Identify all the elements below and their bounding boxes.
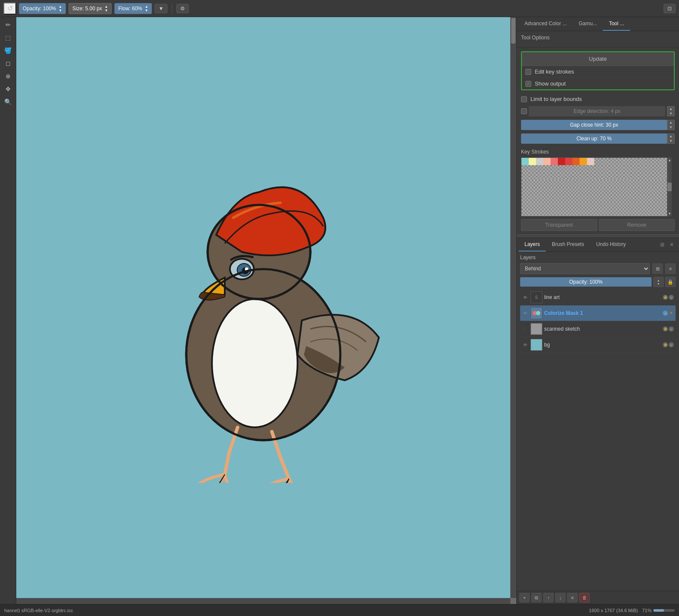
color-swatch-cyan[interactable] [521, 158, 529, 165]
ps-r3-9[interactable] [580, 172, 587, 180]
panel-divider[interactable]: · · · · · [517, 234, 679, 238]
ps-r5-c[interactable] [521, 187, 667, 194]
color-swatch-trans-2[interactable] [602, 158, 609, 165]
ps-r3-19[interactable] [652, 172, 660, 180]
layer-mode-select[interactable]: Behind [520, 263, 650, 274]
ps-r2-6[interactable] [558, 165, 565, 172]
tool-select[interactable]: ⬚ [2, 32, 15, 44]
ps-r2-13[interactable] [609, 165, 616, 172]
ps-r2-15[interactable] [623, 165, 631, 172]
palette-scroll-up[interactable]: ▲ [668, 158, 671, 162]
ps-r2-19[interactable] [652, 165, 660, 172]
ps-r2-7[interactable] [565, 165, 572, 172]
scanned-vis-icon[interactable]: 👁 [522, 326, 529, 332]
ps-r2-20[interactable] [660, 165, 667, 172]
ps-r8-c[interactable] [521, 209, 667, 216]
ps-r3-7[interactable] [565, 172, 572, 180]
color-swatch-trans-10[interactable] [660, 158, 667, 165]
flow-arrows[interactable]: ▲▼ [145, 5, 148, 12]
ps-r3-8[interactable] [572, 172, 580, 180]
size-control[interactable]: Size: 5.00 px ▲▼ [68, 3, 112, 14]
layers-close-icon[interactable]: ✕ [668, 241, 676, 249]
ps-r2-9[interactable] [580, 165, 587, 172]
canvas-area[interactable] [16, 17, 516, 604]
gap-close-arrows[interactable]: ▲ ▼ [667, 120, 675, 130]
opacity-arrows-btn[interactable]: ▲ ▼ [653, 277, 664, 287]
color-swatch-trans-6[interactable] [631, 158, 638, 165]
ps-r3-11[interactable] [594, 172, 602, 180]
gap-close-up[interactable]: ▲ [667, 120, 674, 125]
tab-undo-history[interactable]: Undo History [590, 238, 631, 252]
palette-scrollbar[interactable]: ▲ ▼ [667, 157, 672, 216]
edge-detection-checkbox[interactable] [521, 108, 527, 114]
layer-view-btn[interactable]: ≡ [665, 264, 676, 274]
ps-r2-12[interactable] [602, 165, 609, 172]
ps-r2-11[interactable] [594, 165, 602, 172]
ps-r4-c[interactable] [521, 180, 667, 187]
tab-advanced-color[interactable]: Advanced Color ... [518, 17, 573, 31]
edge-up-arrow[interactable]: ▲ [667, 107, 674, 111]
color-swatch-darkred[interactable] [565, 158, 572, 165]
color-swatch-gold[interactable] [580, 158, 587, 165]
ps-r2-3[interactable] [536, 165, 543, 172]
layer-move-down-btn[interactable]: ↓ [555, 593, 566, 602]
tool-move[interactable]: ✥ [2, 83, 15, 95]
gap-close-down[interactable]: ▼ [667, 125, 674, 130]
brush-options-btn[interactable]: ▼ [155, 4, 167, 13]
palette-scroll-thumb[interactable] [667, 183, 672, 191]
layer-add-btn[interactable]: + [519, 593, 530, 602]
layer-merge-btn[interactable]: ≡ [567, 593, 578, 602]
tool-fill[interactable]: 🪣 [2, 44, 15, 56]
show-output-checkbox[interactable]: ✓ [525, 81, 531, 87]
edge-detection-slider[interactable]: Edge detection: 4 px [529, 106, 665, 116]
layer-item-bg[interactable]: 👁 bg 🔒 α [520, 337, 676, 353]
clean-up-slider[interactable]: Clean up: 70 % [521, 133, 667, 144]
color-swatch-yellow[interactable] [529, 158, 536, 165]
colorize-vis-icon[interactable]: 👁 [522, 310, 529, 317]
ps-r2-10[interactable] [587, 165, 594, 172]
edge-down-arrow[interactable]: ▼ [667, 111, 674, 116]
tab-tool[interactable]: Tool ... [603, 17, 630, 31]
size-arrows[interactable]: ▲▼ [104, 5, 108, 12]
lock-icon[interactable]: 🔒 [665, 277, 676, 287]
color-swatch-trans-5[interactable] [623, 158, 631, 165]
ps-r2-5[interactable] [551, 165, 558, 172]
clean-up-up[interactable]: ▲ [667, 134, 674, 139]
gap-close-slider[interactable]: Gap close hint: 30 px [521, 120, 667, 130]
lineart-vis-icon[interactable]: 👁 [522, 294, 529, 301]
ps-r3-1[interactable] [521, 172, 529, 180]
tool-crop[interactable]: ⊕ [2, 70, 15, 82]
ps-r2-17[interactable] [638, 165, 645, 172]
color-swatch-trans-1[interactable] [594, 158, 602, 165]
ps-r3-16[interactable] [631, 172, 638, 180]
tab-brush-presets[interactable]: Brush Presets [546, 238, 590, 252]
ps-r2-14[interactable] [616, 165, 623, 172]
bg-vis-icon[interactable]: 👁 [522, 341, 529, 348]
ps-r3-14[interactable] [616, 172, 623, 180]
extra-btn[interactable]: ⚙ [176, 4, 189, 13]
color-palette[interactable] [521, 157, 667, 216]
ps-r2-1[interactable] [521, 165, 529, 172]
color-swatch-trans-7[interactable] [638, 158, 645, 165]
edit-key-strokes-checkbox[interactable] [525, 69, 531, 75]
color-swatch-trans-9[interactable] [652, 158, 660, 165]
clean-up-down[interactable]: ▼ [667, 139, 674, 143]
layer-move-up-btn[interactable]: ↑ [543, 593, 554, 602]
ps-r3-15[interactable] [623, 172, 631, 180]
ps-r3-10[interactable] [587, 172, 594, 180]
ps-r3-13[interactable] [609, 172, 616, 180]
color-swatch-trans-4[interactable] [616, 158, 623, 165]
ps-r3-17[interactable] [638, 172, 645, 180]
layers-opacity-slider[interactable]: Opacity: 100% [520, 277, 652, 287]
canvas-scrollbar-right[interactable] [510, 17, 516, 598]
canvas-scrollbar-bottom[interactable] [16, 598, 510, 604]
ps-r2-16[interactable] [631, 165, 638, 172]
edge-detection-arrows[interactable]: ▲ ▼ [667, 106, 675, 116]
transparent-button[interactable]: Transparent [521, 219, 597, 231]
palette-scroll-down[interactable]: ▼ [668, 212, 671, 216]
ps-r7-c[interactable] [521, 201, 667, 209]
layer-item-colorize-mask[interactable]: 👁 Colorize Mask 1 ● ✕ [520, 305, 676, 321]
tab-gamu[interactable]: Gamu... [573, 17, 603, 31]
layer-item-scanned-sketch[interactable]: 👁 scanned sketch 🔒 α [520, 321, 676, 337]
color-swatch-peach[interactable] [587, 158, 594, 165]
